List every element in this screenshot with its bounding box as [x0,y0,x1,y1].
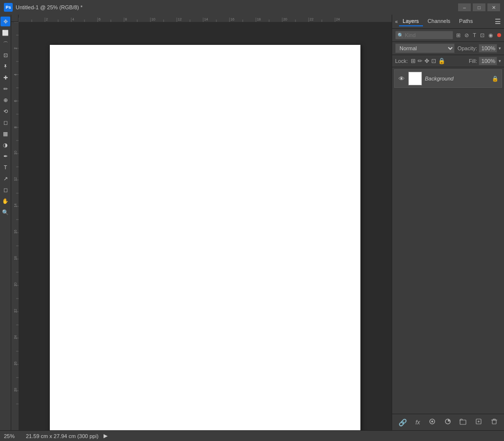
tool-heal-button[interactable]: ✚ [0,73,10,82]
tool-zoom-button[interactable]: 🔍 [0,207,10,217]
tool-brush-button[interactable]: ✏ [0,84,10,94]
tool-path-select-button[interactable]: ↗ [0,174,10,183]
layer-visibility-toggle[interactable]: 👁 [398,75,405,82]
adjustment-button[interactable] [442,417,453,427]
filter-active-indicator [497,33,501,37]
panel-collapse-button[interactable]: « [395,19,398,24]
layers-filter-row: 🔍 ⊞ ⊘ T ⊡ ◉ [392,29,504,42]
fill-label: Fill: [469,58,477,64]
maximize-button[interactable]: □ [473,3,485,11]
lock-label: Lock: [395,58,408,64]
tool-crop-button[interactable]: ⊡ [0,50,10,60]
add-mask-button[interactable] [427,417,438,427]
ruler-corner [11,15,19,22]
layer-thumbnail [408,72,422,85]
status-arrow[interactable]: ▶ [104,433,107,439]
lock-icons: ⊞ ✏ ✥ ⊡ 🔒 [411,58,445,64]
svg-rect-7 [492,420,496,424]
opacity-value[interactable]: 100% [479,44,497,53]
panel-bottom-toolbar: 🔗 fx [392,414,504,430]
zoom-level: 25% [4,433,21,439]
tool-lasso-button[interactable]: ⌒ [0,39,10,49]
svg-rect-3 [460,420,466,424]
filter-smart-icon[interactable]: ◉ [487,32,494,39]
filter-pixel-icon[interactable]: ⊞ [455,32,462,39]
new-layer-button[interactable] [473,417,484,427]
lock-position-button[interactable]: ✥ [424,58,429,64]
search-icon: 🔍 [398,33,403,38]
tab-channels[interactable]: Channels [424,17,454,26]
main-layout: ✥⬜⌒⊡🖈✚✏⊕⟲◻▦◑✒T↗◻✋🔍 « Layers Channels Pat… [0,15,504,430]
tool-type-button[interactable]: T [0,162,10,172]
title-bar: Ps Untitled-1 @ 25% (RGB/8) * – □ ✕ [0,0,504,15]
layer-lock-icon: 🔒 [492,76,499,82]
tool-shape-button[interactable]: ◻ [0,185,10,195]
close-button[interactable]: ✕ [487,3,500,11]
fx-button[interactable]: fx [414,418,422,427]
filter-icons: ⊞ ⊘ T ⊡ ◉ [455,32,501,39]
tool-eyedropper-button[interactable]: 🖈 [0,61,10,71]
ruler-left [11,22,19,430]
delete-layer-button[interactable] [489,417,500,427]
tool-dodge-button[interactable]: ◑ [0,140,10,150]
lock-all-button[interactable]: 🔒 [438,58,445,64]
panel-header: « Layers Channels Paths ☰ [392,15,504,29]
tab-paths[interactable]: Paths [455,17,477,26]
lock-image-button[interactable]: ✏ [418,58,422,64]
kind-filter[interactable]: 🔍 [395,31,453,40]
tool-hand-button[interactable]: ✋ [0,196,10,206]
filter-shape-icon[interactable]: ⊡ [479,32,485,39]
document-canvas[interactable] [50,45,360,430]
opacity-control: Opacity: 100% ▾ [458,44,501,53]
tab-layers[interactable]: Layers [399,17,423,26]
tool-eraser-button[interactable]: ◻ [0,118,10,127]
fill-arrow: ▾ [499,59,501,63]
left-toolbar: ✥⬜⌒⊡🖈✚✏⊕⟲◻▦◑✒T↗◻✋🔍 [0,15,11,430]
filter-type-icon[interactable]: T [472,32,477,39]
fill-control: Fill: 100% ▾ [469,57,501,65]
lock-fill-row: Lock: ⊞ ✏ ✥ ⊡ 🔒 Fill: 100% ▾ [392,55,504,67]
kind-filter-input[interactable] [405,32,451,38]
blend-opacity-row: Normal Opacity: 100% ▾ [392,42,504,55]
tool-gradient-button[interactable]: ▦ [0,129,10,139]
status-bar: 25% 21.59 cm x 27.94 cm (300 ppi) ▶ [0,430,504,441]
group-button[interactable] [458,417,468,427]
tool-move-button[interactable]: ✥ [0,17,10,26]
layers-panel: « Layers Channels Paths ☰ 🔍 ⊞ ⊘ T ⊡ ◉ [392,15,504,430]
filter-adjustment-icon[interactable]: ⊘ [463,32,470,39]
opacity-arrow: ▾ [499,46,501,51]
document-dimensions: 21.59 cm x 27.94 cm (300 ppi) [26,433,99,439]
blend-mode-select[interactable]: Normal [395,43,455,53]
layers-list: 👁 Background 🔒 [392,67,504,414]
link-layers-button[interactable]: 🔗 [397,418,409,427]
ruler-top [19,15,392,22]
window-title: Untitled-1 @ 25% (RGB/8) * [16,4,500,10]
lock-transparent-button[interactable]: ⊞ [411,58,416,64]
tool-history-brush-button[interactable]: ⟲ [0,106,10,116]
svg-point-1 [431,421,433,422]
layer-item[interactable]: 👁 Background 🔒 [394,69,502,88]
canvas-area[interactable] [11,15,392,430]
tool-clone-button[interactable]: ⊕ [0,95,10,105]
opacity-label: Opacity: [458,45,477,51]
panel-menu-button[interactable]: ☰ [495,18,501,25]
minimize-button[interactable]: – [458,3,471,11]
tool-select-rect-button[interactable]: ⬜ [0,28,10,38]
layer-name: Background [425,76,489,81]
tool-pen-button[interactable]: ✒ [0,151,10,161]
lock-artboard-button[interactable]: ⊡ [431,58,436,64]
window-controls: – □ ✕ [458,3,500,11]
app-icon: Ps [4,3,13,12]
fill-value[interactable]: 100% [479,57,497,65]
